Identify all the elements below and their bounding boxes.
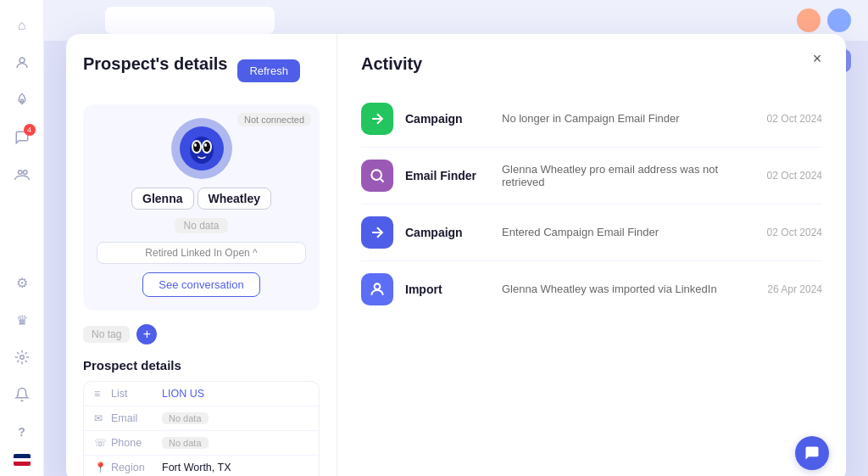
sidebar: ⌂ 4 ⚙ ♛ ? bbox=[0, 0, 44, 476]
email-label: Email bbox=[111, 412, 162, 424]
chat-bubble[interactable] bbox=[795, 436, 829, 470]
svg-point-4 bbox=[19, 356, 24, 360]
main-area: ort ▾ × Prospect's details Refresh Not c… bbox=[44, 0, 868, 476]
user-avatar-1 bbox=[797, 8, 821, 32]
svg-point-2 bbox=[18, 171, 22, 175]
email-icon: ✉ bbox=[94, 412, 111, 424]
email-row: ✉ Email No data bbox=[84, 406, 319, 431]
user-avatar-2 bbox=[827, 8, 851, 32]
campaign-icon-2 bbox=[361, 216, 393, 249]
region-row: 📍 Region Fort Worth, TX bbox=[84, 456, 319, 477]
activity-item-2: Email Finder Glenna Wheatley pro email a… bbox=[361, 148, 822, 204]
activity-list: Campaign No longer in Campaign Email Fin… bbox=[361, 91, 822, 317]
activity-desc-4: Glenna Wheatley was imported via LinkedI… bbox=[502, 283, 734, 295]
activity-date-4: 26 Apr 2024 bbox=[746, 283, 822, 295]
activity-desc-3: Entered Campaign Email Finder bbox=[502, 226, 734, 238]
details-table: ≡ List LION US ✉ Email No data ☏ Phone bbox=[83, 381, 320, 477]
svg-point-10 bbox=[203, 142, 210, 152]
close-button[interactable]: × bbox=[805, 48, 829, 71]
activity-title: Activity bbox=[361, 54, 822, 74]
linkedin-field: Retired Linked In Open ^ bbox=[97, 242, 306, 264]
activity-desc-2: Glenna Wheatley pro email address was no… bbox=[502, 163, 734, 188]
rocket-icon[interactable] bbox=[7, 85, 37, 115]
not-connected-badge: Not connected bbox=[237, 113, 311, 126]
refresh-button[interactable]: Refresh bbox=[237, 59, 300, 82]
svg-point-13 bbox=[371, 170, 381, 180]
gear-bottom-icon[interactable] bbox=[7, 342, 37, 372]
prospect-details-title: Prospect details bbox=[83, 358, 320, 372]
activity-desc-1: No longer in Campaign Email Finder bbox=[502, 112, 734, 125]
list-row: ≡ List LION US bbox=[84, 382, 319, 406]
language-flag[interactable] bbox=[14, 454, 31, 466]
modal-overlay: × Prospect's details Refresh Not connect… bbox=[44, 41, 868, 476]
no-data-badge: No data bbox=[175, 218, 227, 233]
email-finder-icon bbox=[361, 160, 393, 192]
activity-name-3: Campaign bbox=[405, 226, 490, 239]
group-icon[interactable] bbox=[7, 160, 37, 190]
help-icon[interactable]: ? bbox=[7, 417, 37, 447]
svg-point-14 bbox=[375, 283, 381, 289]
left-panel: Prospect's details Refresh Not connected bbox=[66, 34, 337, 477]
first-name: Glenna bbox=[131, 188, 193, 210]
phone-row: ☏ Phone No data bbox=[84, 431, 319, 456]
activity-name-2: Email Finder bbox=[405, 169, 490, 182]
activity-name-4: Import bbox=[405, 283, 490, 296]
users-icon[interactable] bbox=[7, 48, 37, 78]
activity-name-1: Campaign bbox=[405, 112, 490, 126]
add-tag-button[interactable]: + bbox=[136, 324, 157, 344]
no-tag-badge: No tag bbox=[83, 326, 130, 343]
campaign-icon-1 bbox=[361, 103, 393, 135]
avatar bbox=[171, 118, 232, 179]
panel-title: Prospect's details bbox=[83, 54, 227, 74]
message-icon[interactable]: 4 bbox=[7, 122, 37, 153]
list-label: List bbox=[111, 388, 162, 400]
bell-icon[interactable] bbox=[7, 379, 37, 410]
activity-item-1: Campaign No longer in Campaign Email Fin… bbox=[361, 91, 822, 148]
profile-card: Not connected bbox=[83, 104, 320, 311]
settings-icon[interactable]: ⚙ bbox=[7, 267, 37, 298]
activity-item-3: Campaign Entered Campaign Email Finder 0… bbox=[361, 204, 822, 261]
activity-date-3: 02 Oct 2024 bbox=[746, 227, 822, 238]
search-bar[interactable] bbox=[105, 7, 275, 34]
phone-value: No data bbox=[162, 437, 209, 449]
list-icon: ≡ bbox=[94, 388, 111, 400]
see-conversation-button[interactable]: See conversation bbox=[142, 272, 259, 297]
region-icon: 📍 bbox=[94, 462, 111, 473]
activity-item-4: Import Glenna Wheatley was imported via … bbox=[361, 261, 822, 317]
home-icon[interactable]: ⌂ bbox=[7, 10, 37, 41]
phone-label: Phone bbox=[111, 437, 162, 449]
svg-point-9 bbox=[193, 142, 200, 152]
svg-point-11 bbox=[194, 143, 197, 147]
tags-row: No tag + bbox=[83, 324, 320, 344]
crown-icon[interactable]: ♛ bbox=[7, 305, 37, 335]
prospects-modal: × Prospect's details Refresh Not connect… bbox=[66, 34, 846, 477]
name-row: Glenna Wheatley bbox=[131, 188, 271, 210]
svg-point-3 bbox=[23, 171, 27, 175]
activity-date-1: 02 Oct 2024 bbox=[746, 113, 822, 125]
activity-date-2: 02 Oct 2024 bbox=[746, 170, 822, 182]
import-icon bbox=[361, 273, 393, 305]
phone-icon: ☏ bbox=[94, 437, 111, 449]
last-name: Wheatley bbox=[198, 188, 271, 210]
svg-point-1 bbox=[20, 99, 23, 102]
right-panel: Activity Campaign No longer in Campaign … bbox=[337, 34, 846, 477]
email-value: No data bbox=[162, 412, 209, 424]
svg-point-0 bbox=[19, 58, 25, 63]
message-badge: 4 bbox=[24, 124, 36, 136]
region-label: Region bbox=[111, 462, 162, 473]
list-value[interactable]: LION US bbox=[162, 388, 204, 400]
svg-point-12 bbox=[204, 143, 207, 147]
region-value: Fort Worth, TX bbox=[162, 462, 231, 473]
